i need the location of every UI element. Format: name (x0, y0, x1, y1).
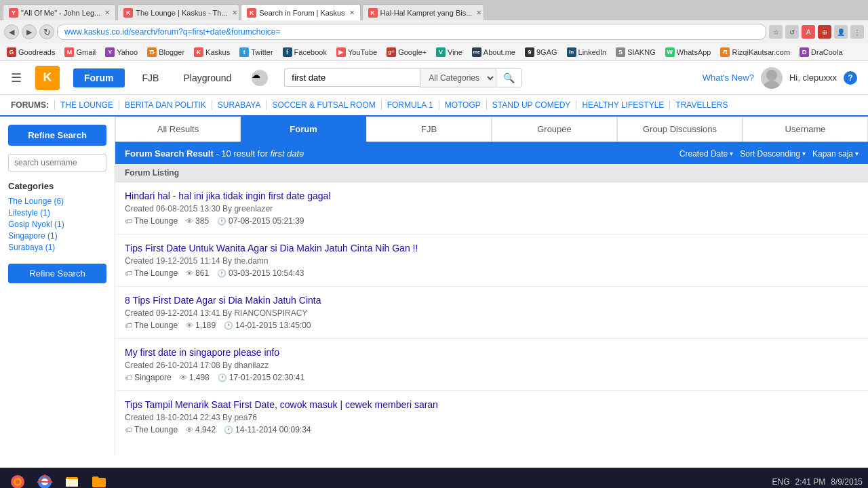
bookmark-rizqikautsar[interactable]: R RizqiKautsar.com (717, 47, 793, 58)
sort-created-date[interactable]: Created Date (679, 149, 733, 159)
files-icon (64, 474, 80, 489)
taskbar-chrome-button[interactable] (33, 470, 57, 489)
browser-action-3[interactable]: ⊕ (818, 25, 831, 39)
tag-text-3: The Lounge (134, 321, 178, 330)
taskbar-language: ENG (772, 477, 790, 487)
taskbar-files-button[interactable] (60, 470, 84, 489)
forum-result-title-3[interactable]: 8 Tips First Date Agar si Dia Makin Jatu… (125, 295, 859, 306)
tab-groupee[interactable]: Groupee (492, 117, 617, 142)
bookmark-blogger[interactable]: B Blogger (144, 47, 187, 58)
forum-result-tags-5: 🏷 The Lounge 👁 4,942 🕐 14-11-2014 00:09:… (125, 425, 859, 434)
forum-result-title-1[interactable]: Hindari hal - hal ini jika tidak ingin f… (125, 190, 859, 201)
bookmark-dracoola[interactable]: D DraCoola (797, 47, 845, 58)
forum-result-title-4[interactable]: My first date in singapore please info (125, 347, 859, 358)
clock-icon-1: 🕐 (217, 217, 226, 226)
views-1: 👁 385 (186, 216, 209, 226)
forward-button[interactable]: ▶ (22, 24, 37, 39)
help-button[interactable]: ? (844, 71, 857, 85)
browser-action-1[interactable]: ↺ (785, 25, 799, 39)
fjb-nav-item[interactable]: FJB (136, 68, 166, 87)
hamburger-menu-button[interactable]: ☰ (11, 70, 22, 85)
bookmark-kaskus[interactable]: K Kaskus (191, 47, 233, 58)
bookmark-icon-dracoola: D (800, 47, 809, 57)
bookmark-gmail[interactable]: M Gmail (62, 47, 98, 58)
forum-nav-motogp[interactable]: MOTOGP (439, 100, 486, 110)
filter-time[interactable]: Kapan saja (812, 149, 859, 159)
bookmark-goodreads[interactable]: G Goodreads (4, 47, 58, 58)
tab-close-1[interactable]: ✕ (104, 9, 110, 16)
category-surabaya[interactable]: Surabaya (1) (8, 243, 106, 252)
browser-action-2[interactable]: A (802, 25, 815, 39)
browser-action-5[interactable]: ⋮ (850, 25, 864, 39)
bookmark-star-button[interactable]: ☆ (769, 25, 783, 39)
refine-search-bottom-button[interactable]: Refine Search (8, 264, 106, 283)
search-category-select[interactable]: All Categories (420, 68, 496, 87)
bookmark-whatsapp[interactable]: W WhatsApp (663, 47, 714, 58)
bookmark-yahoo[interactable]: Y Yahoo (102, 47, 140, 58)
address-text: www.kaskus.co.id/search/forum?q=first+da… (64, 27, 280, 37)
tab-close-3[interactable]: ✕ (349, 9, 355, 16)
bookmark-icon-goodreads: G (7, 47, 16, 57)
category-singapore[interactable]: Singapore (1) (8, 231, 106, 241)
category-lifestyle[interactable]: Lifestyle (1) (8, 208, 106, 218)
address-bar[interactable]: www.kaskus.co.id/search/forum?q=first+da… (57, 24, 766, 40)
search-username-input[interactable] (8, 154, 106, 171)
tab-forum[interactable]: Forum (241, 117, 366, 142)
refine-search-top-button[interactable]: Refine Search (8, 125, 106, 146)
bookmark-icon-googleplus: g+ (387, 47, 396, 57)
category-gosip-nyokl[interactable]: Gosip Nyokl (1) (8, 220, 106, 229)
forum-nav-healthy[interactable]: HEALTHY LIFESTYLE (576, 100, 669, 110)
playground-nav-item[interactable]: Playground (176, 68, 238, 87)
browser-tab-3[interactable]: K Search in Forum | Kaskus ✕ (241, 4, 360, 20)
taskbar-firefox-button[interactable] (5, 470, 30, 489)
bookmark-icon-aboutme: me (472, 47, 481, 57)
bookmark-youtube[interactable]: ▶ YouTube (334, 47, 380, 58)
bookmark-siakng[interactable]: S SIAKNG (613, 47, 658, 58)
tab-username[interactable]: Username (743, 117, 868, 142)
browser-action-4[interactable]: 👤 (834, 25, 848, 39)
bookmark-aboutme[interactable]: me About.me (469, 47, 518, 58)
bookmark-vine[interactable]: V Vine (433, 47, 465, 58)
bookmark-twitter[interactable]: t Twitter (237, 47, 275, 58)
taskbar-folder-button[interactable] (87, 470, 111, 489)
forum-nav-the-lounge[interactable]: THE LOUNGE (54, 100, 119, 110)
last-post-5: 🕐 14-11-2014 00:09:34 (224, 425, 311, 434)
last-post-time-1: 07-08-2015 05:21:39 (229, 216, 304, 226)
tab-fjb[interactable]: FJB (366, 117, 492, 142)
forum-nav-standup[interactable]: STAND UP COMEDY (486, 100, 576, 110)
forum-result-title-2[interactable]: Tips First Date Untuk Wanita Agar si Dia… (125, 243, 859, 253)
search-input[interactable] (284, 68, 420, 87)
forum-result-title-5[interactable]: Tips Tampil Menarik Saat First Date, cow… (125, 399, 859, 410)
bookmark-icon-youtube: ▶ (336, 47, 346, 57)
browser-tab-4[interactable]: K Hal-Hal Kampret yang Bis... ✕ (362, 4, 484, 20)
sort-descending[interactable]: Sort Descending (740, 149, 806, 159)
category-the-lounge[interactable]: The Lounge (6) (8, 197, 106, 206)
forum-nav-formula1[interactable]: FORMULA 1 (381, 100, 439, 110)
tab-close-4[interactable]: ✕ (476, 9, 481, 16)
browser-tab-2[interactable]: K The Lounge | Kaskus - Th... ✕ (117, 4, 239, 20)
tab-close-2[interactable]: ✕ (232, 9, 237, 16)
bookmark-9gag[interactable]: 9 9GAG (522, 47, 560, 58)
last-post-2: 🕐 03-03-2015 10:54:43 (217, 268, 304, 278)
tab-all-results[interactable]: All Results (115, 117, 241, 142)
kaskus-logo[interactable]: K (35, 66, 60, 90)
tag-text-1: The Lounge (134, 216, 178, 226)
bookmark-facebook[interactable]: f Facebook (280, 47, 330, 58)
forum-nav-travellers[interactable]: TRAVELLERS (669, 100, 733, 110)
back-button[interactable]: ◀ (4, 24, 19, 39)
forum-nav-soccer[interactable]: SOCCER & FUTSAL ROOM (266, 100, 380, 110)
bookmark-icon-kaskus: K (194, 47, 203, 57)
forum-nav-button[interactable]: Forum (73, 68, 125, 87)
forum-nav-berita[interactable]: BERITA DAN POLITIK (119, 100, 212, 110)
tag-icon-5: 🏷 (125, 426, 132, 434)
refresh-button[interactable]: ↻ (39, 24, 54, 39)
tab-group-discussions[interactable]: Group Discussions (617, 117, 743, 142)
header-search: All Categories 🔍 (284, 68, 691, 87)
whats-new-link[interactable]: What's New? (703, 73, 754, 83)
browser-tab-1[interactable]: Y "All Of Me" - John Leg... ✕ (3, 4, 116, 20)
tag-icon-2: 🏷 (125, 269, 132, 277)
bookmark-googleplus[interactable]: g+ Google+ (384, 47, 429, 58)
bookmark-linkedin[interactable]: in LinkedIn (564, 47, 610, 58)
forum-nav-surabaya[interactable]: SURABAYA (212, 100, 267, 110)
search-go-button[interactable]: 🔍 (496, 68, 522, 87)
